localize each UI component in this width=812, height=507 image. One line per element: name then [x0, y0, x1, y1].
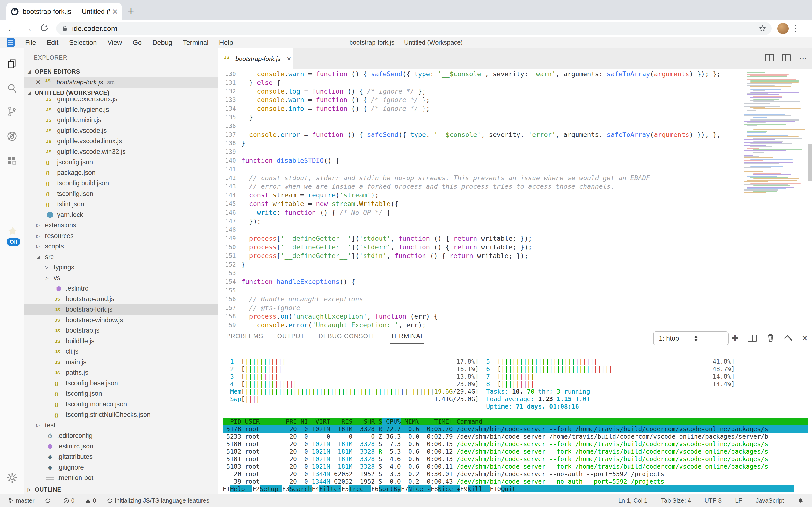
panel-tab-terminal[interactable]: TERMINAL [390, 332, 424, 344]
tree-item[interactable]: yarn.lock [24, 210, 217, 220]
folder-twisty-icon[interactable]: ▷ [34, 223, 42, 228]
tree-item[interactable]: JSgulpfile.vscode.win32.js [24, 147, 217, 157]
tree-item[interactable]: ⬢.eslintrc [24, 283, 217, 294]
tree-item[interactable]: ▷typings [24, 262, 217, 273]
status-item-tab-size-4[interactable]: Tab Size: 4 [661, 497, 691, 504]
minimap[interactable] [744, 71, 807, 194]
folder-twisty-icon[interactable]: ▷ [34, 422, 42, 428]
status-item-initializing-js-ts-language-features[interactable]: Initializing JS/TS language features [107, 497, 209, 504]
tree-item[interactable]: {}tsconfig.json [24, 389, 217, 399]
tree-item[interactable]: .mention-bot [24, 473, 217, 483]
tree-item[interactable]: JSbootstrap.js [24, 325, 217, 336]
menu-item-selection[interactable]: Selection [69, 39, 97, 47]
status-item-bell[interactable] [798, 498, 806, 504]
status-item-utf-8[interactable]: UTF-8 [704, 497, 722, 504]
tree-item[interactable]: JSbuildfile.js [24, 336, 217, 347]
bookmark-star-icon[interactable] [759, 25, 766, 33]
tree-item[interactable]: ▷resources [24, 231, 217, 241]
panel-tab-debug-console[interactable]: DEBUG CONSOLE [318, 332, 376, 344]
status-item-lf[interactable]: LF [735, 497, 742, 504]
tree-item[interactable]: ◆.gitattributes [24, 452, 217, 462]
status-item-javascript[interactable]: JavaScript [756, 497, 784, 504]
tree-item[interactable]: {}tsconfig.base.json [24, 378, 217, 389]
tree-item[interactable]: JSgulpfile.vscode.js [24, 125, 217, 136]
extensions-icon[interactable] [6, 155, 18, 166]
browser-profile-avatar[interactable] [777, 23, 789, 34]
panel-tab-problems[interactable]: PROBLEMS [226, 332, 263, 344]
browser-menu-icon[interactable] [795, 25, 796, 33]
maximize-panel-icon[interactable] [784, 335, 793, 343]
tab-close-icon[interactable]: × [112, 7, 118, 16]
url-bar[interactable]: ide.coder.com [56, 22, 772, 35]
panel-tab-output[interactable]: OUTPUT [277, 332, 305, 344]
tree-item[interactable]: {}tsconfig.json [24, 189, 217, 199]
tree-item[interactable]: JSmain.js [24, 357, 217, 368]
explorer-icon[interactable] [6, 59, 18, 70]
settings-gear-icon[interactable] [6, 472, 18, 483]
tree-item[interactable]: {}tslint.json [24, 199, 217, 210]
status-item-ln-1-col-1[interactable]: Ln 1, Col 1 [618, 497, 647, 504]
tree-item[interactable]: ◆.gitignore [24, 462, 217, 473]
menu-item-help[interactable]: Help [219, 39, 233, 47]
tree-item[interactable]: ▷extensions [24, 220, 217, 231]
close-editor-icon[interactable]: ✕ [35, 78, 41, 87]
tree-item[interactable]: JSgulpfile.extensions.js [24, 98, 217, 105]
new-terminal-icon[interactable]: + [732, 333, 738, 343]
menu-item-file[interactable]: File [25, 39, 36, 47]
menu-item-go[interactable]: Go [133, 39, 142, 47]
tree-item[interactable]: ⚙.editorconfig [24, 431, 217, 441]
back-icon[interactable]: ← [7, 24, 16, 34]
terminal-select[interactable]: 1: htop [653, 331, 729, 345]
source-control-icon[interactable] [6, 106, 18, 117]
menu-item-terminal[interactable]: Terminal [183, 39, 209, 47]
editor-layout-icon[interactable] [782, 54, 791, 61]
tree-item[interactable]: {}jsconfig.json [24, 157, 217, 168]
open-editors-header[interactable]: ◢ OPEN EDITORS [24, 66, 217, 77]
kill-terminal-icon[interactable] [766, 333, 775, 343]
folder-twisty-icon[interactable]: ▷ [43, 265, 51, 270]
feedback-icon[interactable] [7, 226, 18, 237]
tree-item[interactable]: ⬢.eslintrc.json [24, 441, 217, 452]
tree-item[interactable]: ▷vs [24, 273, 217, 283]
folder-twisty-icon[interactable]: ▷ [34, 233, 42, 239]
menu-item-edit[interactable]: Edit [47, 39, 58, 47]
status-item-sync[interactable] [45, 498, 53, 504]
tree-item[interactable]: {}package.json [24, 168, 217, 178]
tree-item[interactable]: JSbootstrap-window.js [24, 315, 217, 326]
folder-twisty-icon[interactable]: ▷ [43, 275, 51, 281]
tree-item[interactable]: JSbootstrap-amd.js [24, 294, 217, 304]
workspace-header[interactable]: ◢ UNTITLED (WORKSPACE) [24, 88, 217, 98]
editor-scrollbar[interactable] [808, 145, 812, 181]
offline-status-badge[interactable]: Off [7, 238, 20, 246]
tree-item[interactable]: JSgulpfile.mixin.js [24, 115, 217, 125]
outline-header[interactable]: ▷ OUTLINE [24, 484, 217, 494]
tree-item[interactable]: JSpaths.js [24, 368, 217, 378]
tree-item[interactable]: ▷scripts [24, 241, 217, 252]
folder-twisty-icon[interactable]: ◢ [34, 254, 42, 260]
status-item-master[interactable]: master [8, 497, 34, 504]
split-terminal-icon[interactable] [748, 335, 757, 342]
editor-tab-close-icon[interactable]: × [287, 55, 291, 63]
split-editor-icon[interactable] [765, 54, 774, 61]
tree-item[interactable]: {}tsconfig.monaco.json [24, 399, 217, 410]
debug-icon[interactable] [6, 131, 18, 142]
tree-item[interactable]: {}tsconfig.strictNullChecks.json [24, 409, 217, 420]
tree-item[interactable]: JSgulpfile.vscode.linux.js [24, 136, 217, 147]
tree-item[interactable]: JSgulpfile.hygiene.js [24, 105, 217, 115]
more-actions-icon[interactable]: ⋯ [799, 55, 807, 60]
status-item-0[interactable]: 0 [63, 497, 74, 504]
open-editor-item[interactable]: ✕ JS bootstrap-fork.js src [24, 77, 217, 88]
close-panel-icon[interactable]: × [802, 333, 808, 343]
menu-item-view[interactable]: View [108, 39, 122, 47]
tree-item[interactable]: JScli.js [24, 346, 217, 357]
terminal-output[interactable]: 1 [||||||||||| 17.8%] 5 [|||||||||||||||… [223, 358, 808, 493]
tree-item[interactable]: {}tsconfig.build.json [24, 178, 217, 189]
tree-item[interactable]: ▷test [24, 420, 217, 431]
new-tab-button[interactable]: + [128, 4, 134, 17]
forward-icon[interactable]: → [23, 24, 33, 34]
code-editor[interactable]: 130 console.warn = function () { safeSen… [217, 70, 812, 328]
tree-item[interactable]: ◢src [24, 252, 217, 263]
browser-tab[interactable]: bootstrap-fork.js — Untitled (W × [6, 3, 122, 20]
reload-icon[interactable] [40, 23, 49, 34]
tree-item[interactable]: JSbootstrap-fork.js [24, 304, 217, 315]
